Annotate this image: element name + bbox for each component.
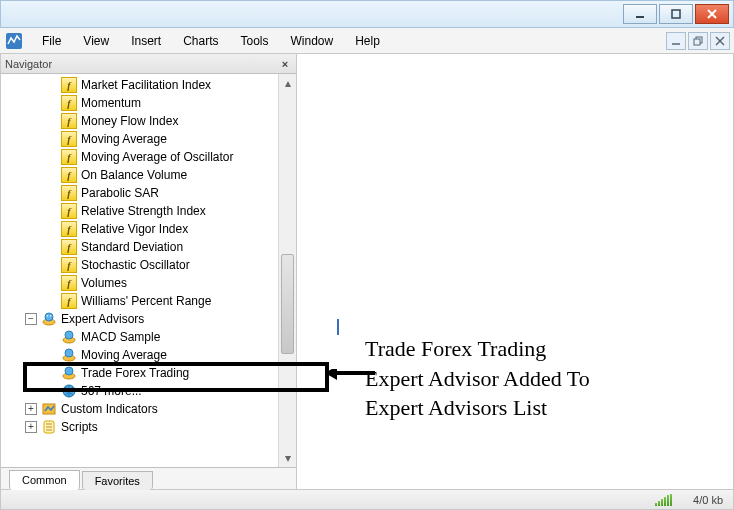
scroll-thumb[interactable] [281, 254, 294, 354]
navigator-close-icon[interactable]: × [278, 57, 292, 71]
text-caret [337, 319, 339, 335]
function-icon: f [61, 131, 77, 147]
svg-rect-7 [694, 39, 700, 45]
function-icon: f [61, 77, 77, 93]
annotation-text: Trade Forex Trading Expert Advisor Added… [365, 334, 590, 423]
menu-charts[interactable]: Charts [173, 31, 228, 51]
maximize-button[interactable] [659, 4, 693, 24]
tree-item: fMarket Facilitation Index [5, 76, 278, 94]
svg-rect-1 [672, 10, 680, 18]
mdi-close-button[interactable] [710, 32, 730, 50]
navigator-title: Navigator [5, 58, 52, 70]
tree-node-scripts[interactable]: + Scripts [5, 418, 278, 436]
tab-common[interactable]: Common [9, 470, 80, 490]
tree-item: fWilliams' Percent Range [5, 292, 278, 310]
svg-point-11 [45, 313, 53, 321]
workspace: Navigator × fMarket Facilitation Index f… [0, 54, 734, 490]
minimize-button[interactable] [623, 4, 657, 24]
menu-tools[interactable]: Tools [231, 31, 279, 51]
menu-help[interactable]: Help [345, 31, 390, 51]
tree-item-ea: MACD Sample [5, 328, 278, 346]
function-icon: f [61, 167, 77, 183]
svg-point-19 [65, 367, 73, 375]
svg-point-15 [65, 331, 73, 339]
function-icon: f [61, 275, 77, 291]
navigator-header: Navigator × [1, 54, 296, 74]
svg-point-13 [50, 315, 52, 317]
svg-point-17 [65, 349, 73, 357]
svg-marker-27 [325, 369, 337, 380]
function-icon: f [61, 185, 77, 201]
tree-item: fParabolic SAR [5, 184, 278, 202]
tree-item: fOn Balance Volume [5, 166, 278, 184]
function-icon: f [61, 293, 77, 309]
tree-item: fMoving Average [5, 130, 278, 148]
menu-file[interactable]: File [32, 31, 71, 51]
expand-icon[interactable]: + [25, 403, 37, 415]
tree-item-more: 567 more... [5, 382, 278, 400]
tree-item-ea-highlighted: Trade Forex Trading [5, 364, 278, 382]
expand-icon[interactable]: + [25, 421, 37, 433]
status-bar: 4/0 kb [0, 490, 734, 510]
scroll-down-icon[interactable]: ▾ [279, 449, 296, 467]
menu-insert[interactable]: Insert [121, 31, 171, 51]
tree-node-expert-advisors[interactable]: − Expert Advisors [5, 310, 278, 328]
navigator-tree[interactable]: fMarket Facilitation Index fMomentum fMo… [1, 74, 278, 467]
connection-meter-icon [655, 494, 683, 506]
collapse-icon[interactable]: − [25, 313, 37, 325]
function-icon: f [61, 221, 77, 237]
tree-item: fMoney Flow Index [5, 112, 278, 130]
content-area: Trade Forex Trading Expert Advisor Added… [297, 54, 733, 489]
tree-item: fMoving Average of Oscillator [5, 148, 278, 166]
tree-item: fRelative Vigor Index [5, 220, 278, 238]
svg-point-12 [47, 315, 49, 317]
navigator-panel: Navigator × fMarket Facilitation Index f… [1, 54, 297, 489]
status-text: 4/0 kb [693, 494, 723, 506]
tree-node-custom-indicators[interactable]: + Custom Indicators [5, 400, 278, 418]
expert-advisor-group-icon [41, 311, 57, 327]
menu-bar: File View Insert Charts Tools Window Hel… [0, 28, 734, 54]
close-button[interactable] [695, 4, 729, 24]
function-icon: f [61, 149, 77, 165]
navigator-tabs: Common Favorites [1, 467, 296, 489]
scripts-icon [41, 419, 57, 435]
mdi-restore-button[interactable] [688, 32, 708, 50]
expert-advisor-icon [61, 365, 77, 381]
tree-item: fMomentum [5, 94, 278, 112]
globe-icon [61, 383, 77, 399]
tree-item: fRelative Strength Index [5, 202, 278, 220]
tab-favorites[interactable]: Favorites [82, 471, 153, 490]
scroll-up-icon[interactable]: ▴ [279, 74, 296, 92]
menu-window[interactable]: Window [281, 31, 344, 51]
menu-view[interactable]: View [73, 31, 119, 51]
app-icon [4, 31, 24, 51]
tree-item: fVolumes [5, 274, 278, 292]
function-icon: f [61, 257, 77, 273]
tree-item: fStandard Deviation [5, 238, 278, 256]
title-bar [0, 0, 734, 28]
expert-advisor-icon [61, 347, 77, 363]
mdi-minimize-button[interactable] [666, 32, 686, 50]
function-icon: f [61, 239, 77, 255]
custom-indicators-icon [41, 401, 57, 417]
expert-advisor-icon [61, 329, 77, 345]
navigator-scrollbar[interactable]: ▴ ▾ [278, 74, 296, 467]
function-icon: f [61, 95, 77, 111]
function-icon: f [61, 113, 77, 129]
tree-item: fStochastic Oscillator [5, 256, 278, 274]
function-icon: f [61, 203, 77, 219]
tree-item-ea: Moving Average [5, 346, 278, 364]
